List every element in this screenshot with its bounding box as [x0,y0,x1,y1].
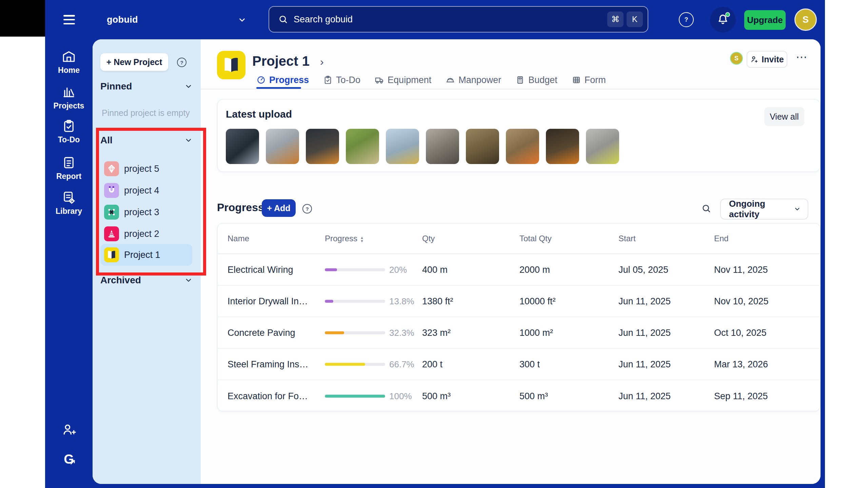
member-avatar[interactable]: S [730,52,743,65]
sort-icon[interactable]: ▲▼ [360,236,364,243]
person-add-icon [61,422,76,437]
project-list-item[interactable]: project 4 [100,180,192,201]
clipboard-check-icon [323,75,333,85]
tab-equipment[interactable]: Equipment [375,75,431,85]
tab-budget[interactable]: Budget [515,75,557,85]
view-all-button[interactable]: View all [764,107,804,126]
archived-section-header[interactable]: Archived [100,274,193,286]
sidebar-item-library[interactable]: Library [45,190,93,216]
sidebar-item-label: Home [58,66,80,75]
upload-thumbnails [226,129,619,164]
upload-thumbnail[interactable] [466,129,499,164]
progress-bar [325,300,385,303]
gauge-icon [256,75,266,85]
project4-magnet-icon [104,183,119,198]
sidebar-item-label: Report [56,172,81,181]
upload-thumbnail[interactable] [306,129,339,164]
library-icon [62,190,76,205]
plus-icon: + [267,203,272,213]
truck-icon [375,75,384,85]
sidebar-item-home[interactable]: Home [45,49,93,75]
sidebar-item-projects[interactable]: Projects [45,85,93,110]
project-label: project 2 [124,229,159,239]
col-header-start: Start [618,234,636,243]
invite-user-button[interactable] [45,422,93,437]
person-add-icon [750,55,759,64]
projects-help-icon[interactable]: ? [177,58,186,67]
user-avatar[interactable]: S [794,8,817,31]
tab-todo[interactable]: To-Do [323,75,360,85]
project-header-icon [217,51,245,79]
upload-thumbnail[interactable] [506,129,539,164]
main-panel: Project 1 › Progress To-Do Equipment Ma [201,39,821,484]
project-label: Project 1 [124,250,160,260]
project5-diamond-icon [104,161,119,176]
g-arrow-icon [70,459,77,466]
chevron-down-icon [238,16,246,24]
upload-thumbnail[interactable] [586,129,619,164]
project-list-item[interactable]: project 3 [100,201,192,223]
upgrade-button[interactable]: Upgrade [744,10,786,30]
tab-form[interactable]: Form [572,75,606,85]
progress-bar [325,394,385,398]
add-activity-button[interactable]: + Add [262,199,296,217]
all-section-header[interactable]: All [100,135,193,146]
chevron-down-icon [184,82,193,90]
sidebar-item-report[interactable]: Report [45,156,93,181]
filter-selected-value: Ongoing activity [729,199,794,220]
table-row[interactable]: Concrete Paving 32.3% 323 m² 1000 m² Jun… [218,317,820,349]
sidebar-item-todo[interactable]: To-Do [45,119,93,144]
help-icon[interactable]: ? [679,12,694,27]
upload-thumbnail[interactable] [426,129,459,164]
search-input[interactable]: Search gobuid ⌘ K [269,6,648,33]
project-list-item-selected[interactable]: Project 1 [100,244,192,266]
progress-help-icon[interactable]: ? [302,204,312,214]
notifications-button[interactable] [710,7,736,33]
activity-filter-dropdown[interactable]: Ongoing activity [720,199,808,220]
screen: gobuid Search gobuid ⌘ K ? Upgrade S Hom… [0,0,868,488]
table-row[interactable]: Excavation for Fo… 100% 500 m³ 500 m³ Ju… [218,380,820,412]
project2-cone-icon [104,226,119,241]
workspace-switcher[interactable]: gobuid [107,14,253,26]
hardhat-icon [446,75,455,85]
pinned-label: Pinned [100,81,132,92]
chevron-down-icon [184,276,193,284]
chevron-down-icon [794,205,801,213]
table-row[interactable]: Interior Drywall In… 13.8% 1380 ft² 1000… [218,286,820,317]
pinned-section-header[interactable]: Pinned [100,81,193,92]
calculator-icon [515,75,525,85]
project-list-item[interactable]: project 5 [100,158,192,180]
col-header-end: End [714,234,729,243]
progress-table: Name Progress▲▼ Qty Total Qty Start End … [217,223,821,411]
menu-icon[interactable] [63,15,75,24]
upload-thumbnail[interactable] [386,129,419,164]
sidebar-item-label: Library [56,207,82,216]
projects-icon [62,85,76,99]
project-list-item[interactable]: project 2 [100,223,192,245]
upload-thumbnail[interactable] [546,129,579,164]
new-project-button[interactable]: + New Project [100,53,168,71]
table-row[interactable]: Steel Framing Ins… 66.7% 200 t 300 t Jun… [218,349,820,380]
col-header-progress[interactable]: Progress▲▼ [325,234,364,243]
notification-dot [725,12,730,17]
search-icon [278,14,288,24]
g-logo-button[interactable]: G [45,452,93,467]
content-sheet: + New Project ? Pinned Pinned project is… [93,39,821,484]
table-grid-icon [572,75,581,85]
table-search-icon[interactable] [701,203,711,214]
upload-thumbnail[interactable] [226,129,259,164]
table-row[interactable]: Electrical Wiring 20% 400 m 2000 m Jul 0… [218,254,820,286]
report-icon [62,156,76,170]
tab-progress[interactable]: Progress [256,75,309,85]
progress-bar [325,268,385,271]
breadcrumb-chevron-icon[interactable]: › [320,56,324,68]
invite-button[interactable]: Invite [747,51,787,68]
more-options-button[interactable]: ⋯ [796,50,808,64]
project-label: project 4 [124,185,159,196]
upload-thumbnail[interactable] [346,129,379,164]
upload-thumbnail[interactable] [266,129,299,164]
corner-black-patch [0,0,45,37]
sidebar-item-label: To-Do [58,135,80,144]
tab-manpower[interactable]: Manpower [446,75,501,85]
header-divider [201,89,821,89]
